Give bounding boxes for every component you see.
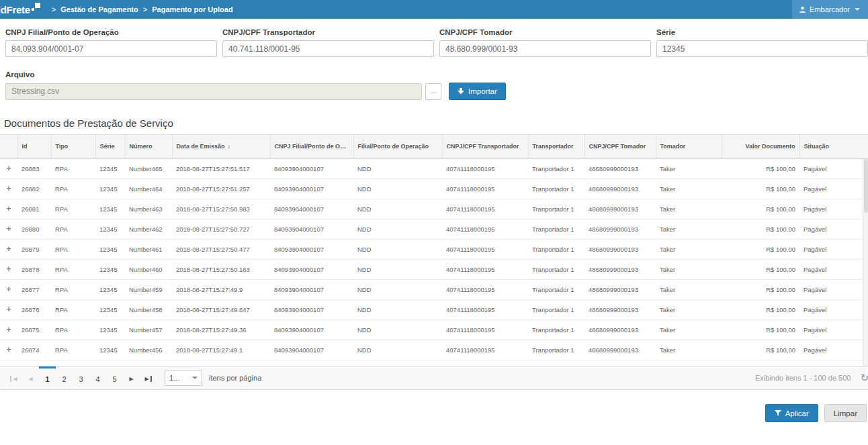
cell-transportador: Tranportador 1 [528,319,584,340]
pager-page-3[interactable]: 3 [73,366,89,389]
expand-row-icon[interactable]: + [6,244,11,254]
expand-row-icon[interactable]: + [6,224,11,234]
cell-filial: NDD [353,279,442,299]
cell-transportador: Tranportador 1 [528,199,584,219]
filter-input[interactable] [656,40,868,57]
expand-cell: + [0,299,17,319]
expand-row-icon[interactable]: + [6,325,11,334]
expand-row-icon[interactable]: + [6,264,11,274]
column-header-tomador[interactable]: Tomador [656,135,722,158]
logo-mark-icon [32,3,40,11]
scrollbar-thumb[interactable] [864,159,868,213]
column-header-serie[interactable]: Série [95,135,125,158]
expand-row-icon[interactable]: + [6,285,11,294]
column-label: CNPJ/CPF Tomador [589,143,646,150]
cell-tomador: Taker [656,179,722,199]
column-header-situacao[interactable]: Situação [799,135,863,158]
file-name-field: Stressing.csv [5,83,422,100]
app-logo[interactable]: nddFrete [0,4,40,15]
filter-input[interactable] [5,40,217,57]
column-header-filial[interactable]: Filial/Ponto de Operação [353,135,442,158]
cell-data_emissao: 2018-08-27T15:27:50.163 [172,259,270,279]
cell-data_emissao: 2018-08-27T15:27:49.1 [172,340,270,360]
table-row: +26881RPA12345Number4632018-08-27T15:27:… [0,199,863,219]
vertical-scrollbar[interactable] [863,159,868,366]
page-title: Documentos de Prestação de Serviço [4,117,868,129]
cell-data_emissao: 2018-08-27T15:27:50.983 [172,199,270,219]
scrollbar-corner [863,135,868,159]
breadcrumb-item[interactable]: Pagamento por Upload [152,5,232,13]
cell-tomador: Taker [656,239,722,259]
page-size-select[interactable]: 1... [165,370,202,386]
expand-cell: + [0,158,17,179]
table-row: +26876RPA12345Number4582018-08-27T15:27:… [0,299,863,319]
cell-tipo: RPA [51,279,95,299]
cell-id: 26880 [17,219,51,239]
expand-row-icon[interactable]: + [6,345,11,354]
pager-info: Exibindo itens 1 - 100 de 500 [755,374,851,382]
pager-next-button[interactable]: ▶ [123,366,140,389]
table-row: +26878RPA12345Number4602018-08-27T15:27:… [0,259,863,279]
cell-situacao: Pagável [799,279,863,299]
table-row: +26874RPA12345Number4562018-08-27T15:27:… [0,340,863,360]
apply-button[interactable]: Aplicar [765,404,818,422]
items-per-page-label: itens por página [209,374,261,382]
cell-valor: R$ 100,00 [722,319,799,340]
column-label: Número [130,143,153,150]
cell-tipo: RPA [51,340,95,360]
user-menu[interactable]: Embarcador [792,0,868,19]
column-label: Série [100,143,115,150]
cell-valor: R$ 100,00 [722,340,799,360]
cell-cnpj_tomador: 48680999000193 [584,259,656,279]
cell-tipo: RPA [51,158,95,179]
pager-page-1[interactable]: 1 [39,366,56,389]
cell-situacao: Pagável [799,219,863,239]
cell-tipo: RPA [51,239,95,259]
import-button[interactable]: Importar [449,83,506,100]
pager-last-button[interactable]: ▶ [140,366,157,389]
breadcrumb-item[interactable]: Gestão de Pagamento [60,5,138,13]
cell-cnpj_tomador: 48680999000193 [584,158,656,179]
pager-first-button[interactable]: ◀ [5,366,22,389]
filter-input[interactable] [439,40,651,57]
refresh-icon[interactable]: ↻ [860,372,868,384]
column-header-numero[interactable]: Número [125,135,172,158]
pager-page-5[interactable]: 5 [106,366,123,389]
filter-input[interactable] [222,40,434,57]
cell-numero: Number461 [125,239,172,259]
expand-row-icon[interactable]: + [6,164,11,173]
cell-tomador: Taker [656,158,722,179]
column-header-cnpj_filial[interactable]: CNPJ Filial/Ponto de Operaç... [270,135,353,158]
column-header-data_emissao[interactable]: Data de Emissão↓ [172,135,270,158]
cell-serie: 12345 [95,179,125,199]
expand-row-icon[interactable]: + [6,305,11,314]
expand-cell: + [0,219,17,239]
import-button-label: Importar [468,87,497,95]
chevron-down-icon [855,8,860,11]
cell-tipo: RPA [51,219,95,239]
pager-prev-button[interactable]: ◀ [22,366,39,389]
cell-transportador: Tranportador 1 [528,340,584,360]
cell-filial: NDD [353,199,442,219]
column-header-valor[interactable]: Valor Documento [722,135,799,158]
app-root: nddFrete >Gestão de Pagamento>Pagamento … [0,0,868,445]
documents-grid: IdTipoSérieNúmeroData de Emissão↓CNPJ Fi… [0,134,868,366]
breadcrumb-chevron-icon: > [143,5,147,13]
file-upload-section: Arquivo Stressing.csv ... Importar [0,57,868,100]
cell-filial: NDD [353,299,442,319]
column-header-cnpj_transportador[interactable]: CNPJ/CPF Transportador [442,135,528,158]
browse-button[interactable]: ... [425,83,441,100]
column-header-cnpj_tomador[interactable]: CNPJ/CPF Tomador [584,135,656,158]
expand-row-icon[interactable]: + [6,184,11,193]
column-label: CNPJ Filial/Ponto de Operaç... [275,143,354,150]
column-header-tipo[interactable]: Tipo [51,135,95,158]
column-header-transportador[interactable]: Transportador [528,135,584,158]
cell-numero: Number464 [125,179,172,199]
column-header-id[interactable]: Id [17,135,51,158]
expand-row-icon[interactable]: + [6,204,11,213]
pager-page-4[interactable]: 4 [89,366,106,389]
cell-transportador: Tranportador 1 [528,219,584,239]
pager-page-2[interactable]: 2 [56,366,73,389]
clear-button[interactable]: Limpar [824,404,867,422]
cell-cnpj_filial: 84093904000107 [270,199,353,219]
